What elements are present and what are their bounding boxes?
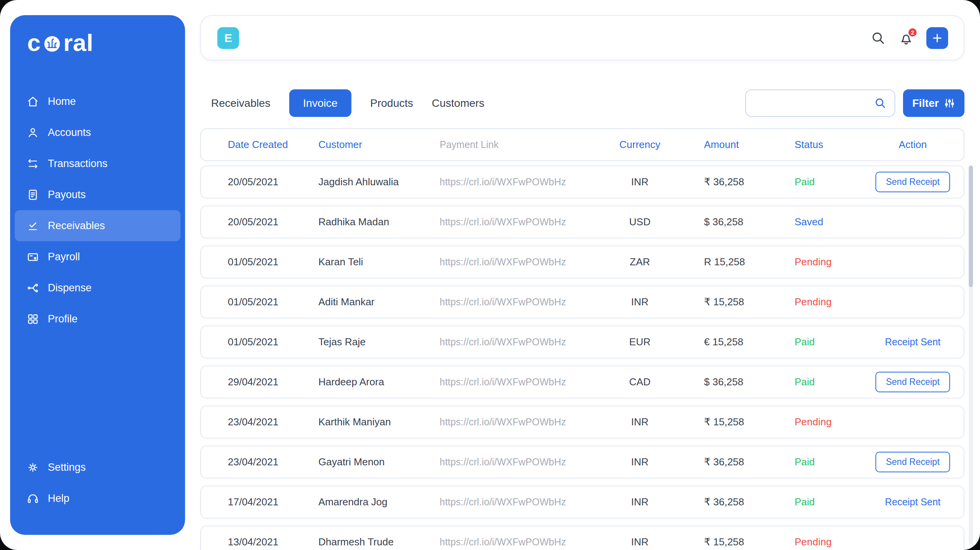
- tab-invoice[interactable]: Invoice: [289, 89, 352, 117]
- sidebar-nav: HomeAccountsTransactionsPayoutsReceivabl…: [10, 86, 185, 334]
- row-currency: EUR: [611, 336, 669, 348]
- row-date: 13/04/2021: [228, 536, 318, 548]
- payroll-icon: [26, 251, 39, 263]
- row-currency: INR: [611, 176, 669, 188]
- row-status-label: Paid: [776, 496, 862, 508]
- accounts-icon: [26, 126, 39, 139]
- avatar[interactable]: E: [217, 27, 239, 49]
- table-search: [745, 89, 895, 117]
- row-status-label: Paid: [776, 336, 862, 348]
- scrollbar-thumb[interactable]: [969, 165, 973, 287]
- receivables-icon: [26, 219, 39, 232]
- sidebar-item-label: Help: [48, 493, 70, 505]
- tab-receivables[interactable]: Receivables: [211, 97, 271, 110]
- row-action: Send Receipt: [862, 452, 964, 472]
- row-payment-link[interactable]: https://crl.io/i/WXFwPOWbHz: [440, 416, 611, 428]
- payouts-icon: [26, 188, 39, 201]
- logo-text-pre: c: [27, 31, 41, 55]
- row-status-label: Pending: [776, 256, 862, 268]
- sidebar-item-dispense[interactable]: Dispense: [15, 272, 180, 303]
- row-payment-link[interactable]: https://crl.io/i/WXFwPOWbHz: [440, 376, 611, 388]
- table-row: 20/05/2021Jagdish Ahluwaliahttps://crl.i…: [200, 165, 964, 198]
- add-new-button[interactable]: [926, 27, 948, 49]
- column-header-status: Status: [776, 139, 862, 151]
- row-customer-name: Radhika Madan: [318, 216, 440, 228]
- row-payment-link[interactable]: https://crl.io/i/WXFwPOWbHz: [440, 216, 611, 228]
- row-payment-link[interactable]: https://crl.io/i/WXFwPOWbHz: [440, 536, 611, 548]
- brand-logo: c ral: [27, 31, 185, 55]
- send-receipt-button[interactable]: Send Receipt: [875, 372, 950, 392]
- help-icon: [26, 492, 39, 505]
- row-date: 17/04/2021: [228, 496, 318, 508]
- table-search-input[interactable]: [755, 97, 874, 109]
- row-date: 20/05/2021: [228, 216, 318, 228]
- dispense-icon: [26, 282, 39, 294]
- table-row: 23/04/2021Gayatri Menonhttps://crl.io/i/…: [200, 446, 964, 479]
- row-customer-name: Aditi Mankar: [318, 296, 440, 308]
- sidebar-item-payouts[interactable]: Payouts: [15, 179, 180, 210]
- sidebar-item-help[interactable]: Help: [15, 483, 180, 514]
- sidebar-item-settings[interactable]: Settings: [15, 452, 180, 483]
- profile-icon: [26, 313, 39, 325]
- table-row: 17/04/2021Amarendra Joghttps://crl.io/i/…: [200, 486, 964, 519]
- sidebar-item-home[interactable]: Home: [15, 86, 180, 117]
- search-icon-small: [874, 97, 887, 110]
- row-payment-link[interactable]: https://crl.io/i/WXFwPOWbHz: [440, 296, 611, 308]
- row-payment-link[interactable]: https://crl.io/i/WXFwPOWbHz: [440, 456, 611, 468]
- row-customer-name: Karthik Maniyan: [318, 416, 440, 428]
- topbar-actions: 2: [870, 27, 948, 49]
- send-receipt-button[interactable]: Send Receipt: [875, 172, 950, 192]
- table-row: 13/04/2021Dharmesh Trudehttps://crl.io/i…: [200, 526, 964, 550]
- notifications-button[interactable]: 2: [898, 30, 914, 46]
- table-header: Date CreatedCustomerPayment LinkCurrency…: [200, 128, 964, 161]
- row-amount: ₹ 15,258: [669, 416, 776, 428]
- send-receipt-button[interactable]: Send Receipt: [875, 452, 950, 472]
- plus-icon: [931, 32, 943, 44]
- row-payment-link[interactable]: https://crl.io/i/WXFwPOWbHz: [440, 256, 611, 268]
- sidebar-item-receivables[interactable]: Receivables: [15, 210, 180, 241]
- table-row: 01/05/2021Tejas Rajehttps://crl.io/i/WXF…: [200, 325, 964, 359]
- row-payment-link[interactable]: https://crl.io/i/WXFwPOWbHz: [440, 496, 611, 508]
- sidebar-item-label: Profile: [48, 313, 78, 325]
- sidebar-item-accounts[interactable]: Accounts: [15, 117, 180, 148]
- sidebar-item-payroll[interactable]: Payroll: [15, 241, 180, 272]
- search-icon[interactable]: [870, 30, 886, 46]
- row-date: 01/05/2021: [228, 336, 318, 348]
- sidebar-item-profile[interactable]: Profile: [15, 303, 180, 334]
- column-header-link: Payment Link: [440, 139, 611, 150]
- row-customer-name: Tejas Raje: [318, 336, 440, 348]
- home-icon: [26, 95, 39, 108]
- filter-button[interactable]: Filter: [903, 89, 964, 117]
- row-payment-link[interactable]: https://crl.io/i/WXFwPOWbHz: [440, 336, 611, 348]
- row-action: Receipt Sent: [862, 496, 964, 508]
- column-header-action: Action: [862, 139, 964, 151]
- row-currency: CAD: [611, 376, 669, 388]
- sidebar: c ral HomeAccountsTransactionsPayoutsRec…: [10, 15, 185, 535]
- row-amount: ₹ 36,258: [669, 496, 776, 508]
- table-row: 01/05/2021Karan Telihttps://crl.io/i/WXF…: [200, 245, 964, 278]
- sidebar-item-label: Accounts: [48, 127, 91, 139]
- row-customer-name: Dharmesh Trude: [318, 536, 440, 548]
- row-status-label: Saved: [776, 216, 862, 228]
- transactions-icon: [26, 157, 39, 170]
- row-amount: ₹ 15,258: [669, 536, 776, 548]
- row-payment-link[interactable]: https://crl.io/i/WXFwPOWbHz: [440, 176, 611, 188]
- coral-logo-icon: [43, 35, 61, 53]
- row-date: 01/05/2021: [228, 256, 318, 268]
- row-status-label: Pending: [776, 416, 862, 428]
- row-date: 29/04/2021: [228, 376, 318, 388]
- row-currency: INR: [611, 456, 669, 468]
- filter-sliders-icon: [944, 97, 955, 109]
- row-currency: ZAR: [611, 256, 669, 268]
- row-customer-name: Hardeep Arora: [318, 376, 440, 388]
- table-row: 01/05/2021Aditi Mankarhttps://crl.io/i/W…: [200, 285, 964, 319]
- row-date: 23/04/2021: [228, 416, 318, 428]
- receipt-sent-label: Receipt Sent: [885, 336, 940, 348]
- row-status-label: Pending: [776, 296, 862, 308]
- sidebar-item-label: Home: [48, 96, 76, 108]
- column-header-date: Date Created: [228, 139, 318, 151]
- row-status-label: Paid: [776, 176, 862, 188]
- sidebar-item-transactions[interactable]: Transactions: [15, 148, 180, 179]
- tab-products[interactable]: Products: [370, 97, 413, 110]
- tab-customers[interactable]: Customers: [432, 97, 484, 110]
